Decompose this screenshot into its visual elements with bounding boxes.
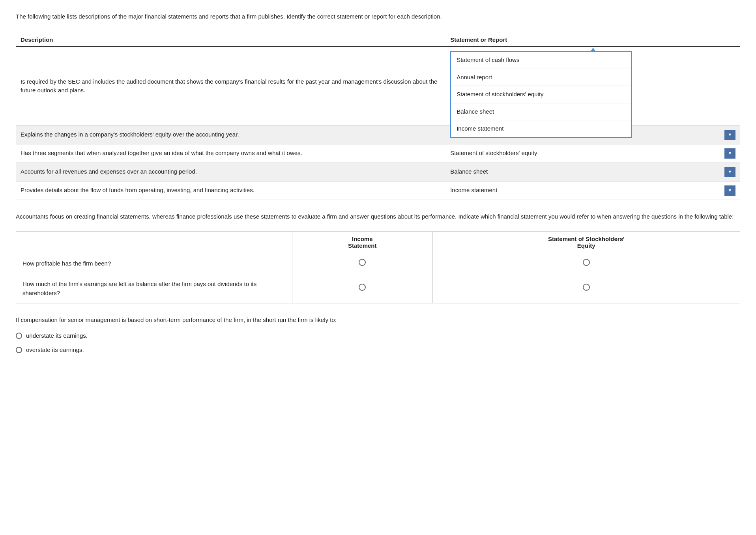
dropdown-arrow-button[interactable]: ▼ (724, 148, 735, 159)
statement-cell[interactable]: Statement of stockholders' equity▼ (445, 144, 740, 163)
table-row: Provides details about the flow of funds… (16, 181, 740, 200)
dropdown-selected-value: Income statement (450, 186, 724, 195)
income-stmt-line1: Income (352, 236, 373, 242)
bottom-radio-button[interactable] (16, 333, 22, 339)
second-table-section: Income Statement Statement of Stockholde… (16, 231, 740, 304)
statement-cell[interactable]: Statement of cash flowsAnnual reportStat… (445, 47, 740, 125)
question-cell: How much of the firm's earnings are left… (16, 274, 292, 303)
description-cell: Is required by the SEC and includes the … (16, 47, 445, 125)
description-cell: Has three segments that when analyzed to… (16, 144, 445, 163)
stockholders-equity-radio[interactable] (583, 259, 590, 266)
income-statement-radio[interactable] (359, 284, 366, 291)
intro-paragraph: The following table lists descriptions o… (16, 12, 740, 21)
stockholders-line2: Equity (577, 242, 595, 249)
second-table-empty-header (16, 231, 292, 253)
bottom-section: If compensation for senior management is… (16, 315, 740, 355)
dropdown-selected-value: Statement of stockholders' equity (450, 149, 724, 158)
stockholders-equity-radio-cell[interactable] (432, 253, 740, 274)
table-row: How profitable has the firm been? (16, 253, 740, 274)
bottom-option-label: understate its earnings. (26, 331, 88, 340)
second-table: Income Statement Statement of Stockholde… (16, 231, 740, 304)
dropdown-option[interactable]: Statement of stockholders' equity (451, 86, 631, 103)
dropdown-closed-container[interactable]: Statement of stockholders' equity▼ (450, 148, 735, 159)
dropdown-closed-container[interactable]: Balance sheet▼ (450, 167, 735, 177)
open-dropdown-box[interactable]: Statement of cash flowsAnnual reportStat… (450, 51, 632, 138)
description-cell: Explains the changes in a company's stoc… (16, 125, 445, 144)
bottom-options: understate its earnings.overstate its ea… (16, 331, 740, 355)
stockholders-equity-radio-cell[interactable] (432, 274, 740, 303)
dropdown-closed-container[interactable]: Income statement▼ (450, 185, 735, 196)
statement-cell[interactable]: Balance sheet▼ (445, 163, 740, 181)
table-row: Is required by the SEC and includes the … (16, 47, 740, 125)
stockholders-line1: Statement of Stockholders' (548, 236, 625, 242)
second-intro-paragraph: Accountants focus on creating financial … (16, 212, 740, 221)
bottom-question-text: If compensation for senior management is… (16, 315, 740, 325)
income-statement-radio[interactable] (359, 259, 366, 266)
bottom-option-label: overstate its earnings. (26, 345, 84, 355)
bottom-radio-option[interactable]: understate its earnings. (16, 331, 740, 340)
dropdown-option[interactable]: Income statement (451, 120, 631, 137)
first-table-section: Description Statement or Report Is requi… (16, 33, 740, 200)
bottom-radio-button[interactable] (16, 347, 22, 353)
stockholders-equity-radio[interactable] (583, 284, 590, 291)
first-table: Description Statement or Report Is requi… (16, 33, 740, 200)
dropdown-selected-value: Balance sheet (450, 167, 724, 176)
income-stmt-line2: Statement (348, 242, 377, 249)
question-cell: How profitable has the firm been? (16, 253, 292, 274)
intro-text: The following table lists descriptions o… (16, 12, 740, 21)
description-cell: Accounts for all revenues and expenses o… (16, 163, 445, 181)
dropdown-arrow-button[interactable]: ▼ (724, 167, 735, 177)
col-stockholders-equity-header: Statement of Stockholders' Equity (432, 231, 740, 253)
col-desc-header: Description (16, 33, 445, 47)
statement-cell[interactable]: Income statement▼ (445, 181, 740, 200)
bottom-radio-option[interactable]: overstate its earnings. (16, 345, 740, 355)
description-cell: Provides details about the flow of funds… (16, 181, 445, 200)
dropdown-option[interactable]: Balance sheet (451, 103, 631, 121)
table-row: Has three segments that when analyzed to… (16, 144, 740, 163)
dropdown-arrow-button[interactable]: ▼ (724, 185, 735, 196)
income-statement-radio-cell[interactable] (292, 274, 433, 303)
dropdown-option[interactable]: Statement of cash flows (451, 52, 631, 69)
dropdown-arrow-button[interactable]: ▼ (724, 130, 735, 140)
table-row: How much of the firm's earnings are left… (16, 274, 740, 303)
second-intro-text: Accountants focus on creating financial … (16, 212, 740, 221)
income-statement-radio-cell[interactable] (292, 253, 433, 274)
dropdown-option[interactable]: Annual report (451, 69, 631, 86)
col-income-statement-header: Income Statement (292, 231, 433, 253)
table-row: Accounts for all revenues and expenses o… (16, 163, 740, 181)
col-stmt-header: Statement or Report (445, 33, 740, 47)
